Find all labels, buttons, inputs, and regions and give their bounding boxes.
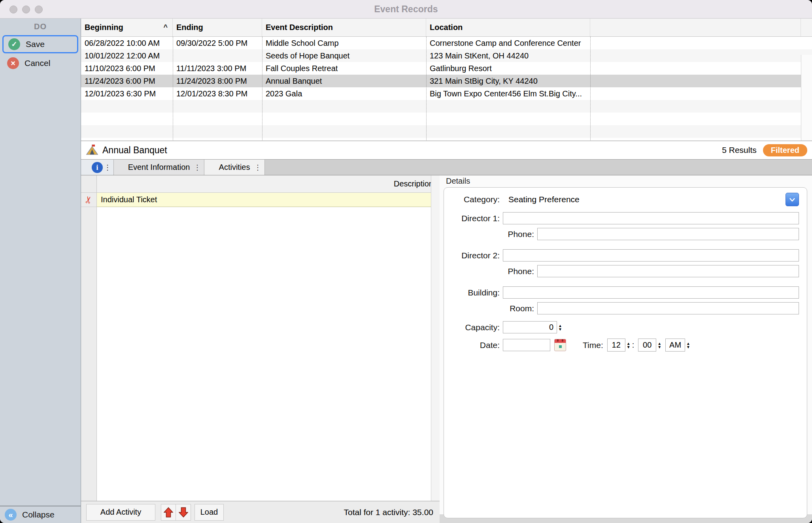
tent-icon xyxy=(86,144,98,156)
table-row[interactable]: 11/10/2023 6:00 PM 11/11/2023 3:00 PM Fa… xyxy=(81,62,812,75)
meridiem-stepper[interactable]: ▲▼ xyxy=(686,342,690,349)
info-icon[interactable]: i xyxy=(92,162,103,173)
filtered-badge[interactable]: Filtered xyxy=(763,144,807,156)
activity-list-scrollbar[interactable] xyxy=(431,175,440,501)
table-row-empty xyxy=(81,125,812,138)
table-row[interactable]: 12/01/2023 6:30 PM 12/01/2023 8:30 PM 20… xyxy=(81,87,812,100)
building-field[interactable] xyxy=(503,286,799,299)
activity-list-header: Description xyxy=(97,175,431,193)
stepper-down-icon[interactable]: ▼ xyxy=(627,345,631,349)
red-arrow-down-icon xyxy=(179,507,188,517)
tab-options-dots-icon[interactable]: ⋮ xyxy=(254,163,261,172)
stepper-down-icon[interactable]: ▼ xyxy=(558,327,562,331)
title-bar: Event Records xyxy=(0,0,812,19)
tab-options-dots-icon[interactable]: ⋮ xyxy=(194,163,201,172)
collapse-button-label: Collapse xyxy=(22,510,55,519)
results-count: 5 Results xyxy=(722,145,757,155)
cancel-button[interactable]: × Cancel xyxy=(2,54,78,72)
director2-label: Director 2: xyxy=(450,251,500,260)
calendar-icon-peg xyxy=(557,339,559,342)
details-title: Details xyxy=(446,177,470,186)
event-table: Beginning ^ Ending Event Description Loc… xyxy=(81,19,812,141)
column-header-event-description[interactable]: Event Description xyxy=(262,19,426,36)
table-row[interactable]: 10/01/2022 12:00 AM Seeds of Hope Banque… xyxy=(81,49,812,62)
column-divider xyxy=(426,37,427,141)
tab-bar-filler xyxy=(265,160,812,175)
room-label: Room: xyxy=(450,304,534,313)
move-down-button[interactable] xyxy=(176,504,191,521)
sort-ascending-icon: ^ xyxy=(163,23,168,32)
director1-phone-label: Phone: xyxy=(450,230,534,239)
activities-total: Total for 1 activity: 35.00 xyxy=(344,508,433,517)
activity-list: Description Individual Ticket xyxy=(97,175,431,501)
category-dropdown-button[interactable] xyxy=(786,193,799,206)
director2-phone-field[interactable] xyxy=(537,265,799,277)
minute-field[interactable] xyxy=(638,339,656,352)
calendar-icon-peg xyxy=(562,339,563,342)
details-group-box: Category: Seating Preference Director 1:… xyxy=(444,187,807,518)
table-row-selected[interactable]: 11/24/2023 6:00 PM 11/24/2023 8:00 PM An… xyxy=(81,75,812,87)
table-row-empty xyxy=(81,113,812,125)
column-header-ending[interactable]: Ending xyxy=(173,19,262,36)
category-label: Category: xyxy=(450,195,500,204)
minute-stepper[interactable]: ▲▼ xyxy=(657,342,661,349)
move-up-button[interactable] xyxy=(161,504,176,521)
delete-activity-cell[interactable]: ✂ xyxy=(81,193,96,207)
check-icon: ✓ xyxy=(8,38,20,50)
record-bar: Annual Banquet 5 Results Filtered xyxy=(81,141,812,160)
calendar-picker-icon[interactable] xyxy=(554,339,566,351)
director2-field[interactable] xyxy=(503,249,799,262)
meridiem-field[interactable] xyxy=(665,339,685,352)
app-window: Event Records DO ✓ Save × Cancel « Colla… xyxy=(0,0,812,523)
date-label: Date: xyxy=(450,341,500,350)
load-button[interactable]: Load xyxy=(195,504,224,521)
table-row-empty xyxy=(81,138,812,141)
table-row[interactable]: 06/28/2022 10:00 AM 09/30/2022 5:00 PM M… xyxy=(81,37,812,49)
tab-event-information-label: Event Information xyxy=(128,163,190,172)
column-divider xyxy=(590,37,591,141)
calendar-icon-day-dot xyxy=(559,345,562,348)
red-arrow-up-icon xyxy=(164,507,173,517)
tab-info[interactable]: i ⋮ xyxy=(81,160,114,175)
activity-description: Individual Ticket xyxy=(101,195,157,204)
stepper-down-icon[interactable]: ▼ xyxy=(686,345,690,349)
save-button-label: Save xyxy=(26,40,45,49)
tab-options-dots-icon[interactable]: ⋮ xyxy=(104,163,111,172)
maximize-window-icon[interactable] xyxy=(35,6,43,13)
tab-bar: i ⋮ Event Information ⋮ Activities ⋮ xyxy=(81,160,812,175)
capacity-field[interactable] xyxy=(503,321,557,333)
chevrons-left-icon: « xyxy=(5,509,17,521)
details-panel: Details Category: Seating Preference Dir… xyxy=(440,175,812,523)
minimize-window-icon[interactable] xyxy=(22,6,30,13)
hour-stepper[interactable]: ▲▼ xyxy=(627,342,631,349)
column-divider xyxy=(262,37,262,141)
column-header-scroll-gutter xyxy=(801,19,812,36)
record-title: Annual Banquet xyxy=(102,145,167,156)
director2-phone-label: Phone: xyxy=(450,267,534,276)
hour-field[interactable] xyxy=(607,339,625,352)
capacity-stepper[interactable]: ▲▼ xyxy=(558,324,562,331)
collapse-button[interactable]: « Collapse xyxy=(0,506,81,523)
add-activity-button[interactable]: Add Activity xyxy=(86,504,155,521)
close-window-icon[interactable] xyxy=(9,6,17,13)
stepper-down-icon[interactable]: ▼ xyxy=(657,345,661,349)
table-scrollbar[interactable] xyxy=(801,55,812,141)
director1-field[interactable] xyxy=(503,212,799,224)
save-button[interactable]: ✓ Save xyxy=(2,35,78,53)
capacity-label: Capacity: xyxy=(450,323,500,332)
tab-activities[interactable]: Activities ⋮ xyxy=(204,160,265,175)
time-label: Time: xyxy=(583,341,603,350)
scissors-icon[interactable]: ✂ xyxy=(83,195,95,205)
cancel-button-label: Cancel xyxy=(25,58,50,68)
room-field[interactable] xyxy=(537,302,799,314)
description-column-header: Description xyxy=(394,179,431,188)
column-header-beginning[interactable]: Beginning ^ xyxy=(81,19,173,36)
activity-row[interactable]: Individual Ticket xyxy=(97,193,431,207)
director1-phone-field[interactable] xyxy=(537,228,799,240)
date-field[interactable] xyxy=(503,339,550,351)
table-header-row: Beginning ^ Ending Event Description Loc… xyxy=(81,19,812,37)
column-header-location[interactable]: Location xyxy=(426,19,590,36)
director1-label: Director 1: xyxy=(450,214,500,223)
tab-event-information[interactable]: Event Information ⋮ xyxy=(114,160,204,175)
time-separator: : xyxy=(632,341,634,350)
